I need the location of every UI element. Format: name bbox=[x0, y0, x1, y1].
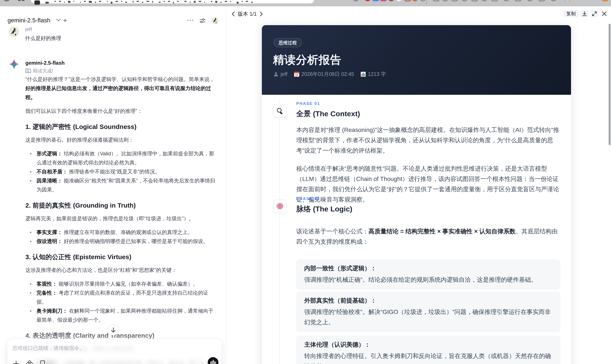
scroll-to-bottom-button[interactable] bbox=[108, 325, 119, 335]
version-label: 版本 1/1 bbox=[238, 11, 257, 17]
browser-reload-icon[interactable] bbox=[3, 0, 10, 1]
assistant-bullet-list: 形式逻辑： 结构必须有效（Valid）。比如演绎推理中，如果前提全部为真，那么通… bbox=[25, 149, 217, 194]
assistant-bullet-item: 假设透明： 好的推理会明确指明哪些是已知事实，哪些是基于可能的假设。 bbox=[25, 237, 217, 246]
dimension-card: 外部真实性（前提基础）：强调推理的“经验校准”。解决“GIGO（垃圾进，垃圾出）… bbox=[296, 292, 560, 332]
close-artifact-icon[interactable] bbox=[600, 10, 608, 17]
assistant-bullet-list: 事实支撑： 推理建立在可靠的数据、准确的观测或公认的真理之上。假设透明： 好的推… bbox=[25, 228, 217, 246]
extension-icon[interactable] bbox=[388, 0, 395, 1]
dimension-card-body: 转向推理者的心理特征。引入奥卡姆剃刀和反向论证，旨在克服人类（或机器）天然存在的… bbox=[304, 351, 552, 364]
brain-icon bbox=[276, 202, 284, 210]
extension-icon[interactable] bbox=[539, 0, 545, 1]
assistant-section-heading: 2. 前提的真实性 (Grounding in Truth) bbox=[25, 201, 217, 209]
dimension-card-body: 强调推理的“经验校准”。解决“GIGO（垃圾进，垃圾出）”问题，确保推理引擎运行… bbox=[304, 307, 552, 327]
assistant-status-text: 精读完成! bbox=[33, 68, 53, 74]
dimension-card: 主体伦理（认识美德）：转向推理者的心理特征。引入奥卡姆剃刀和反向论证，旨在克服人… bbox=[296, 336, 560, 364]
extension-icon[interactable] bbox=[491, 0, 498, 1]
assistant-bullet-item: 形式逻辑： 结构必须有效（Valid）。比如演绎推理中，如果前提全部为真，那么通… bbox=[25, 149, 217, 167]
bookmark-icon[interactable] bbox=[40, 360, 46, 364]
artifact-panel: 版本 1/1 复制 思维过程 精读分析报告 bbox=[226, 6, 611, 364]
report-hero-header: 思维过程 精读分析报告 jeff 17 2026年01月08日 02:45 bbox=[262, 25, 571, 95]
assistant-status: 精读完成! bbox=[25, 68, 53, 74]
url-bar[interactable] bbox=[31, 0, 314, 3]
phase-title: 全景 (The Context) bbox=[296, 109, 360, 119]
phase-paragraph: 该论述基于一个核心公式：高质量结论 = 结构完整性 × 事实准确性 × 认知自律… bbox=[296, 226, 560, 247]
extension-icon[interactable] bbox=[372, 0, 379, 1]
new-chat-button[interactable]: + bbox=[63, 16, 67, 25]
assistant-paragraph: 这是推理的基石。好的推理必须遵循逻辑法则： bbox=[25, 135, 217, 144]
report-meta: jeff 17 2026年01月08日 02:45 bbox=[273, 71, 386, 78]
version-prev-icon[interactable] bbox=[232, 11, 235, 16]
panel-divider bbox=[226, 6, 226, 364]
user-avatar-small[interactable] bbox=[211, 17, 219, 24]
extension-icon[interactable] bbox=[353, 0, 359, 1]
word-count-icon bbox=[360, 72, 366, 77]
artifact-controls: 复制 bbox=[563, 10, 608, 17]
extension-icon[interactable] bbox=[471, 0, 478, 1]
phase-icon-tile bbox=[273, 200, 287, 213]
chevron-down-icon[interactable] bbox=[56, 18, 61, 22]
browser-tabs-icon2[interactable] bbox=[22, 0, 25, 1]
dimension-card: 内部一致性（形式逻辑）：强调推理的“机械正确”。结论必须在给定的规则系统内逻辑自… bbox=[296, 260, 560, 289]
phase-label: PHASE 01 bbox=[296, 101, 320, 106]
copy-button[interactable]: 复制 bbox=[563, 10, 579, 17]
assistant-bullet-item: 完备性： 考虑了对立的观点和潜在的反证，而不是只选择支持自己结论的证据。 bbox=[25, 288, 217, 306]
more-options-icon[interactable]: … bbox=[186, 14, 194, 22]
extension-icon[interactable] bbox=[396, 0, 402, 1]
assistant-bullet-item: 奥卡姆剃刀： 在解释同一个现象时，如果两种推理都能站得住脚，通常倾向于最简单、假… bbox=[25, 306, 217, 325]
gemini-logo-icon bbox=[9, 59, 19, 69]
extension-icon[interactable] bbox=[412, 0, 418, 1]
report-title: 精读分析报告 bbox=[273, 52, 341, 67]
version-navigation: 版本 1/1 bbox=[232, 11, 263, 17]
download-button[interactable] bbox=[581, 10, 589, 17]
report-date: 2026年01月08日 02:45 bbox=[301, 71, 354, 78]
assistant-section-heading: 3. 认知的公正性 (Epistemic Virtues) bbox=[25, 253, 217, 261]
assistant-message-body: “什么是好的推理？”这是一个涉及逻辑学、认知科学和哲学核心的问题。简单来说，好的… bbox=[25, 75, 217, 364]
hero-badge: 思维过程 bbox=[273, 38, 302, 47]
extension-icon[interactable] bbox=[550, 0, 557, 1]
book-icon bbox=[25, 68, 31, 73]
extension-icon[interactable] bbox=[404, 0, 411, 1]
extension-icon[interactable] bbox=[461, 0, 468, 1]
assistant-bullet-item: 客观性： 能够识别并尽量排除个人偏见（如幸存者偏差、确认偏差）。 bbox=[25, 279, 217, 288]
chat-model-title[interactable]: gemini-2.5-flash bbox=[8, 17, 50, 24]
extension-icon[interactable] bbox=[503, 0, 509, 1]
chat-input-box[interactable]: 思维接口已就绪，请传输指令。 bbox=[7, 339, 222, 364]
extension-icon[interactable] bbox=[481, 0, 488, 1]
extension-icon[interactable] bbox=[380, 0, 386, 1]
extension-icon[interactable] bbox=[420, 0, 426, 1]
voice-wave-button[interactable] bbox=[208, 357, 218, 364]
assistant-bullet-item: 因果清晰： 能准确区分“相关性”和“因果关系”，不会轻率地将先后发生的事情归为因… bbox=[25, 176, 217, 194]
extension-icon[interactable]: ⋮⋮ bbox=[562, 0, 569, 3]
user-avatar[interactable] bbox=[9, 26, 19, 37]
extension-icon[interactable] bbox=[433, 0, 439, 1]
tools-icon[interactable] bbox=[26, 360, 33, 364]
author-icon bbox=[273, 72, 279, 77]
extension-icon[interactable] bbox=[602, 0, 608, 1]
report-word-count: 1213 字 bbox=[368, 71, 386, 78]
dimension-card-title: 主体伦理（认识美德）： bbox=[304, 341, 552, 349]
assistant-name: gemini-2.5-flash bbox=[25, 60, 65, 66]
version-next-icon[interactable] bbox=[260, 11, 263, 16]
report-sheet: 思维过程 精读分析报告 jeff 17 2026年01月08日 02:45 bbox=[262, 25, 571, 364]
extension-icon[interactable] bbox=[452, 0, 458, 1]
phase-paragraph: 本内容是对“推理 (Reasoning)”这一抽象概念的高层建模。在知识爆炸与人… bbox=[296, 125, 560, 156]
extension-icon[interactable] bbox=[515, 0, 521, 1]
magnifier-icon bbox=[276, 107, 284, 115]
extension-icon[interactable] bbox=[527, 0, 533, 1]
model-settings-icon[interactable] bbox=[200, 18, 205, 23]
assistant-paragraph: “什么是好的推理？”这是一个涉及逻辑学、认知科学和哲学核心的问题。简单来说，好的… bbox=[25, 75, 217, 102]
extension-icon[interactable] bbox=[572, 0, 578, 1]
assistant-paragraph: 逻辑再完美，如果前提是错误的，推理也是垃圾（即“垃圾进，垃圾出”）。 bbox=[25, 214, 217, 223]
svg-text:17: 17 bbox=[295, 74, 298, 77]
fullscreen-button[interactable] bbox=[590, 10, 598, 17]
extension-icon[interactable] bbox=[442, 0, 449, 1]
extension-icon[interactable] bbox=[364, 0, 371, 1]
user-name: jeff bbox=[25, 27, 32, 32]
dimension-card-title: 内部一致性（形式逻辑）： bbox=[304, 264, 552, 273]
attach-plus-icon[interactable] bbox=[13, 360, 19, 364]
user-message-text: 什么是好的推理 bbox=[25, 35, 61, 42]
browser-tabs-icon[interactable] bbox=[18, 0, 21, 1]
scrollbar-thumb[interactable] bbox=[609, 24, 611, 145]
assistant-paragraph: 这涉及推理者的心态和方法论，也是区分“杠精”和“思想家”的关键： bbox=[25, 266, 217, 275]
phase-timeline-line bbox=[279, 99, 280, 364]
